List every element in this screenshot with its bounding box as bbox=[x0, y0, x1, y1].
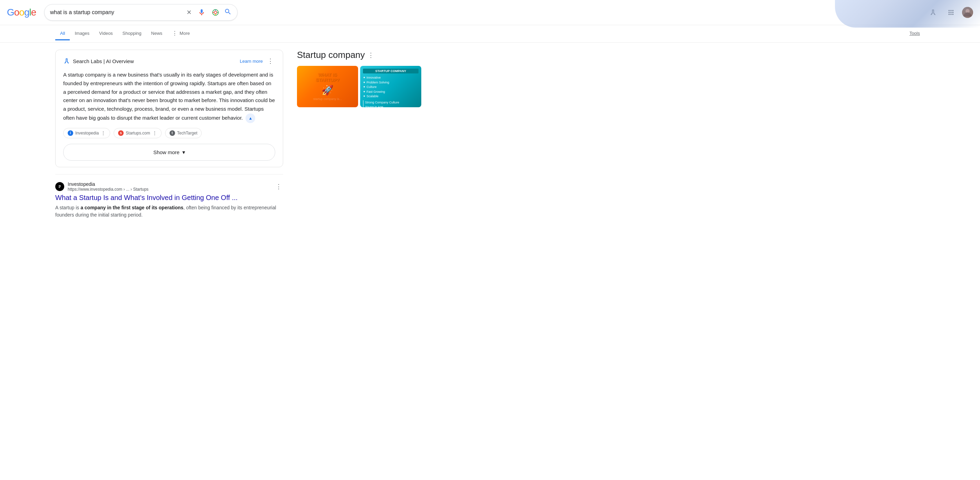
source-more-investopedia: ⋮ bbox=[101, 130, 106, 136]
nav-videos-label: Videos bbox=[99, 31, 113, 36]
investopedia-logo-icon bbox=[57, 184, 63, 190]
search-nav: All Images Videos Shopping News ⋮ More T… bbox=[0, 25, 980, 43]
microphone-icon bbox=[198, 9, 205, 16]
startups-icon: s bbox=[118, 130, 124, 136]
knowledge-panel-images: WHAT IS STARTUP? 🚀 startup company is...… bbox=[297, 66, 421, 107]
source-more-startups: ⋮ bbox=[152, 130, 157, 136]
nav-images-label: Images bbox=[75, 31, 89, 36]
google-logo[interactable]: Google bbox=[7, 7, 39, 18]
logo-g2: g bbox=[24, 7, 29, 18]
nav-tools-label: Tools bbox=[910, 31, 920, 36]
kp-more-button[interactable]: ⋮ bbox=[368, 51, 374, 59]
knowledge-panel: Startup company ⋮ WHAT IS STARTUP? 🚀 sta… bbox=[297, 50, 421, 107]
result-description: A startup is a company in the first stag… bbox=[55, 204, 283, 219]
nav-all-label: All bbox=[60, 31, 65, 36]
result-site-name: Investopedia bbox=[68, 181, 271, 187]
three-dots-icon: ⋮ bbox=[172, 30, 178, 36]
nav-videos[interactable]: Videos bbox=[94, 27, 118, 40]
voice-search-button[interactable] bbox=[196, 7, 207, 17]
result-title[interactable]: What a Startup Is and What's Involved in… bbox=[55, 193, 283, 202]
result-options-button[interactable]: ⋮ bbox=[274, 181, 283, 192]
source-chip-techtarget[interactable]: t TechTarget bbox=[165, 128, 202, 138]
nav-more-label: More bbox=[180, 31, 190, 36]
header: Google ✕ bbox=[0, 0, 980, 25]
result-url: https://www.investopedia.com › ... › Sta… bbox=[68, 187, 271, 192]
nav-more[interactable]: ⋮ More bbox=[167, 27, 195, 41]
logo-g: G bbox=[7, 7, 14, 18]
result-source: Investopedia https://www.investopedia.co… bbox=[55, 181, 283, 192]
source-chip-investopedia[interactable]: i Investopedia ⋮ bbox=[63, 128, 110, 138]
avatar-image bbox=[962, 7, 973, 18]
right-column: Startup company ⋮ WHAT IS STARTUP? 🚀 sta… bbox=[297, 50, 421, 227]
section-divider bbox=[55, 174, 283, 174]
show-more-button[interactable]: Show more ▾ bbox=[63, 144, 275, 161]
ai-overview-label: Search Labs | AI Overview bbox=[73, 58, 134, 64]
svg-point-1 bbox=[214, 11, 216, 13]
logo-o1: o bbox=[14, 7, 19, 18]
result-desc-bold: a company in the first stage of its oper… bbox=[80, 205, 183, 210]
search-labs-icon bbox=[63, 58, 70, 65]
result-source-info: Investopedia https://www.investopedia.co… bbox=[68, 181, 271, 192]
collapse-button[interactable]: ▲ bbox=[245, 114, 255, 123]
investopedia-favicon bbox=[55, 182, 64, 191]
ai-overview-text: A startup company is a new business that… bbox=[63, 71, 275, 123]
nav-images[interactable]: Images bbox=[70, 27, 94, 40]
techtarget-icon: t bbox=[170, 130, 175, 136]
ai-overview-panel: Search Labs | AI Overview Learn more ⋮ A… bbox=[55, 50, 283, 167]
ai-overview-header: Search Labs | AI Overview Learn more ⋮ bbox=[63, 56, 275, 66]
header-right bbox=[926, 6, 973, 19]
startup-image-left[interactable]: WHAT IS STARTUP? 🚀 startup company is... bbox=[297, 66, 358, 107]
apps-icon bbox=[947, 9, 955, 16]
nav-shopping-label: Shopping bbox=[123, 31, 142, 36]
clear-button[interactable]: ✕ bbox=[185, 7, 193, 17]
chevron-up-icon: ▲ bbox=[249, 116, 253, 121]
learn-more-button[interactable]: Learn more bbox=[240, 59, 263, 64]
nav-news-label: News bbox=[151, 31, 163, 36]
search-labs-button[interactable] bbox=[926, 6, 940, 19]
ai-overview-actions: Learn more ⋮ bbox=[240, 56, 275, 66]
nav-shopping[interactable]: Shopping bbox=[118, 27, 146, 40]
startup-image-right[interactable]: STARTUP COMPANY ✦ Innovative ✦ Problem S… bbox=[360, 66, 421, 107]
logo-o2: o bbox=[19, 7, 24, 18]
google-apps-button[interactable] bbox=[944, 6, 958, 19]
left-column: Search Labs | AI Overview Learn more ⋮ A… bbox=[55, 50, 283, 227]
search-bar: ✕ bbox=[44, 4, 237, 21]
logo-e: e bbox=[31, 7, 36, 18]
source-name-techtarget: TechTarget bbox=[177, 131, 197, 136]
lens-icon bbox=[212, 9, 219, 16]
chevron-down-icon: ▾ bbox=[182, 149, 185, 155]
knowledge-panel-title: Startup company ⋮ bbox=[297, 50, 421, 60]
source-name-investopedia: Investopedia bbox=[75, 131, 99, 136]
main-content: Search Labs | AI Overview Learn more ⋮ A… bbox=[0, 43, 980, 227]
google-lens-button[interactable] bbox=[210, 7, 221, 17]
source-name-startups: Startups.com bbox=[126, 131, 150, 136]
ai-overview-more-button[interactable]: ⋮ bbox=[266, 56, 275, 66]
nav-tools[interactable]: Tools bbox=[905, 27, 925, 40]
search-result: Investopedia https://www.investopedia.co… bbox=[55, 181, 283, 219]
sources-row: i Investopedia ⋮ s Startups.com ⋮ t Tech… bbox=[63, 128, 275, 138]
investopedia-icon: i bbox=[68, 130, 73, 136]
ai-overview-title: Search Labs | AI Overview bbox=[63, 58, 237, 65]
search-input[interactable] bbox=[50, 9, 181, 16]
nav-news[interactable]: News bbox=[146, 27, 167, 40]
show-more-label: Show more bbox=[153, 149, 180, 155]
source-chip-startups[interactable]: s Startups.com ⋮ bbox=[114, 128, 162, 138]
user-avatar[interactable] bbox=[962, 7, 973, 18]
search-submit-button[interactable] bbox=[224, 8, 232, 17]
flask-icon bbox=[929, 9, 937, 16]
search-icon bbox=[224, 8, 232, 16]
nav-all[interactable]: All bbox=[55, 27, 70, 40]
